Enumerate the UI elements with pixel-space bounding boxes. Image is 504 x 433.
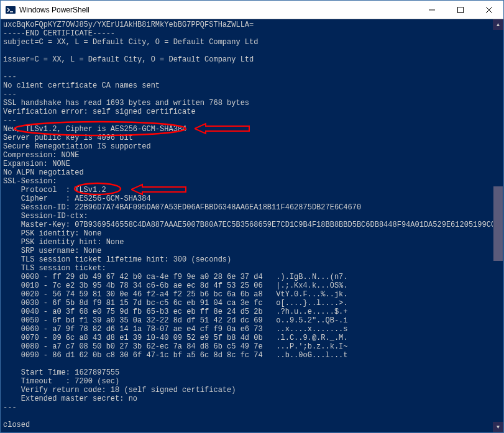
terminal-line: TLS session ticket: xyxy=(3,264,503,273)
terminal-line: 0080 - a7 c7 08 50 b0 27 3b 62-ec 7a 84 … xyxy=(3,342,503,351)
scrollbar-track[interactable] xyxy=(493,30,503,422)
terminal-line: SSL-Session: xyxy=(3,177,503,186)
terminal-line: closed xyxy=(3,421,503,429)
terminal-line: New, TLSv1.2, Cipher is AES256-GCM-SHA38… xyxy=(3,125,503,134)
window-title: Windows PowerShell xyxy=(19,6,418,14)
terminal-line: Verify return code: 18 (self signed cert… xyxy=(3,386,503,394)
terminal-line: 0030 - 6f 5b 8d f9 81 15 7d bc-c5 6c eb … xyxy=(3,299,503,308)
svg-rect-0 xyxy=(6,6,16,14)
terminal-line: Server public key is 4096 bit xyxy=(3,134,503,142)
terminal-line: 0050 - 6f bd f1 39 a0 35 0a 32-22 8d df … xyxy=(3,316,503,325)
close-button[interactable] xyxy=(475,1,503,19)
terminal-line: Timeout : 7200 (sec) xyxy=(3,377,503,386)
terminal-line: TLS session ticket lifetime hint: 300 (s… xyxy=(3,255,503,264)
terminal-output[interactable]: uxcBqKoFQpKYZ7OWJ85y/YXErUiAkHB8iRMkYebB… xyxy=(1,19,503,432)
terminal-line: Verification error: self signed certific… xyxy=(3,107,503,116)
terminal-line: 0040 - a0 3f 68 e0 75 9d fb 65-b3 ec eb … xyxy=(3,308,503,316)
scrollbar[interactable]: ▲ ▼ xyxy=(493,19,503,432)
scroll-down-button[interactable]: ▼ xyxy=(493,422,503,432)
scroll-up-button[interactable]: ▲ xyxy=(493,19,503,30)
terminal-line: issuer=C = XX, L = Default City, O = Def… xyxy=(3,55,503,64)
terminal-line: Secure Renegotiation IS supported xyxy=(3,142,503,151)
powershell-window: Windows PowerShell uxcBqKoFQpKYZ7OWJ85y/… xyxy=(0,0,504,433)
terminal-line xyxy=(3,360,503,368)
terminal-line: --- xyxy=(3,90,503,99)
powershell-icon xyxy=(6,5,16,15)
terminal-line: No ALPN negotiated xyxy=(3,168,503,177)
terminal-line: --- xyxy=(3,116,503,125)
terminal-line: Extended master secret: no xyxy=(3,394,503,403)
terminal-line: 0020 - 56 74 59 81 30 0e 46 f2-a4 f2 25 … xyxy=(3,290,503,299)
terminal-line: No client certificate CA names sent xyxy=(3,81,503,90)
maximize-button[interactable] xyxy=(446,1,475,19)
terminal-line: Compression: NONE xyxy=(3,151,503,160)
terminal-area: uxcBqKoFQpKYZ7OWJ85y/YXErUiAkHB8iRMkYebB… xyxy=(1,19,503,432)
terminal-line: Cipher : AES256-GCM-SHA384 xyxy=(3,194,503,203)
terminal-line: uxcBqKoFQpKYZ7OWJ85y/YXErUiAkHB8iRMkYebB… xyxy=(3,21,503,29)
terminal-line xyxy=(3,47,503,55)
terminal-line: SSL handshake has read 1693 bytes and wr… xyxy=(3,99,503,107)
terminal-line: --- xyxy=(3,73,503,81)
terminal-line: 0000 - ff 29 db 49 67 42 b0 ca-4e f9 9e … xyxy=(3,273,503,281)
terminal-line: subject=C = XX, L = Default City, O = De… xyxy=(3,38,503,47)
minimize-button[interactable] xyxy=(418,1,446,19)
scrollbar-thumb[interactable] xyxy=(493,186,503,261)
terminal-line: PSK identity hint: None xyxy=(3,238,503,247)
terminal-line: Expansion: NONE xyxy=(3,160,503,168)
terminal-line: --- xyxy=(3,403,503,412)
terminal-line: Start Time: 1627897555 xyxy=(3,368,503,377)
terminal-line: 0070 - 09 6c a8 43 d8 e1 39 10-40 09 52 … xyxy=(3,334,503,342)
terminal-line: Master-Key: 07B9369546558C4DA887AAAE5007… xyxy=(3,221,503,229)
terminal-line: Session-ID: 22B96D7A74BAF095DA07A53ED06A… xyxy=(3,203,503,212)
terminal-line: 0010 - 7c e2 3b 95 4b 78 34 c6-6b ae ec … xyxy=(3,281,503,290)
terminal-line xyxy=(3,412,503,421)
titlebar: Windows PowerShell xyxy=(1,1,503,19)
terminal-line: 0060 - a7 9f 78 82 d6 14 1a 78-07 ae e4 … xyxy=(3,325,503,334)
terminal-line xyxy=(3,64,503,73)
terminal-line: 0090 - 86 d1 62 0b c8 30 6f 47-1c bf a5 … xyxy=(3,351,503,360)
terminal-line: Protocol : TLSv1.2 xyxy=(3,186,503,194)
window-controls xyxy=(418,1,503,19)
terminal-line: -----END CERTIFICATE----- xyxy=(3,29,503,38)
terminal-line: Session-ID-ctx: xyxy=(3,212,503,221)
terminal-line: SRP username: None xyxy=(3,247,503,255)
svg-rect-2 xyxy=(458,7,464,12)
terminal-line: PSK identity: None xyxy=(3,229,503,238)
